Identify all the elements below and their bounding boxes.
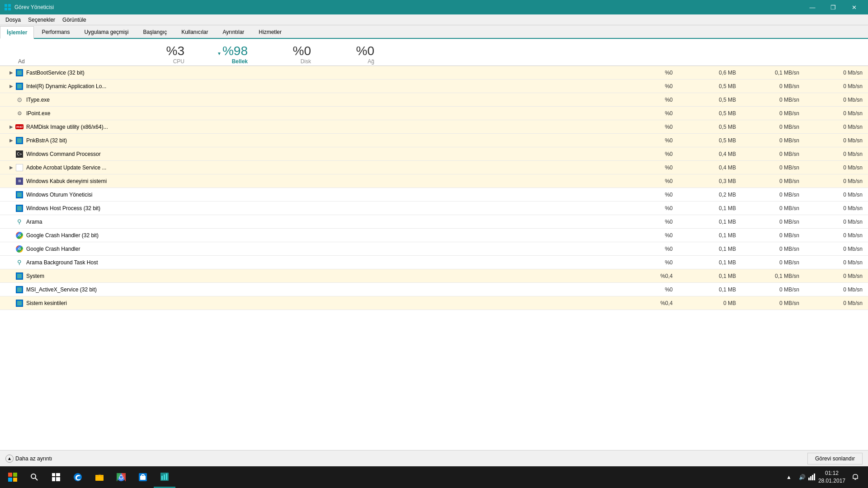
menu-dosya[interactable]: Dosya — [2, 16, 24, 24]
end-task-button[interactable]: Görevi sonlandır — [807, 453, 863, 465]
table-row[interactable]: ⚙ IType.exe %0 0,5 MB 0 MB/sn 0 Mb/sn — [0, 93, 868, 107]
table-row[interactable]: G Google Crash Handler (32 bit) %0 0,1 M… — [0, 229, 868, 242]
cpu-label: CPU — [127, 58, 184, 65]
process-icon: ⚙ — [15, 96, 24, 104]
process-icon — [15, 82, 24, 90]
table-row[interactable]: ▶ PnkBstrA (32 bit) %0 0,5 MB 0 MB/sn 0 … — [0, 134, 868, 147]
table-row[interactable]: ▶ FastBootService (32 bit) %0 0,6 MB 0,1… — [0, 66, 868, 80]
expand-icon[interactable]: ▶ — [7, 134, 15, 147]
notification-icon[interactable] — [848, 470, 863, 484]
column-headers: Ad %3 CPU ▼%98 Bellek %0 Disk %0 Ağ — [0, 39, 868, 66]
start-button[interactable] — [2, 466, 24, 488]
process-name: Google Crash Handler — [26, 246, 615, 252]
process-net: 0 Mb/sn — [805, 232, 868, 239]
menu-secenekler[interactable]: Seçenekler — [24, 16, 59, 24]
process-net: 0 Mb/sn — [805, 164, 868, 171]
svg-rect-4 — [8, 473, 12, 477]
table-row[interactable]: ▶ msi RAMDisk Image utility (x86/x64)...… — [0, 120, 868, 134]
col-network-header[interactable]: %0 Ağ — [316, 44, 380, 65]
expand-placeholder — [7, 283, 15, 296]
expand-placeholder — [7, 107, 15, 120]
volume-icon[interactable]: 🔊 — [799, 474, 806, 480]
edge-button[interactable] — [67, 466, 89, 488]
svg-rect-0 — [5, 4, 7, 7]
process-net: 0 Mb/sn — [805, 205, 868, 211]
explorer-button[interactable] — [89, 466, 110, 488]
tab-performans[interactable]: Performans — [35, 25, 76, 38]
col-memory-header[interactable]: ▼%98 Bellek — [190, 44, 253, 65]
process-disk: 0 MB/sn — [741, 232, 805, 239]
table-row[interactable]: G Google Crash Handler %0 0,1 MB 0 MB/sn… — [0, 242, 868, 256]
chevron-up-taskbar-icon[interactable]: ▲ — [782, 470, 796, 484]
chrome-button[interactable] — [110, 466, 132, 488]
svg-rect-6 — [8, 478, 12, 482]
process-cpu: %0 — [615, 232, 678, 239]
main-content: Ad %3 CPU ▼%98 Bellek %0 Disk %0 Ağ ▶ Fa… — [0, 39, 868, 450]
tab-baslangic[interactable]: Başlangıç — [136, 25, 174, 38]
tab-uygulama-gecmisi[interactable]: Uygulama geçmişi — [77, 25, 135, 38]
col-name-label[interactable]: Ad — [0, 58, 127, 65]
tab-hizmetler[interactable]: Hizmetler — [252, 25, 288, 38]
task-view-button[interactable] — [45, 466, 67, 488]
process-cpu: %0 — [615, 259, 678, 266]
process-disk: 0 MB/sn — [741, 97, 805, 103]
close-button[interactable]: ✕ — [844, 0, 864, 14]
table-row[interactable]: ⚲ Arama %0 0,1 MB 0 MB/sn 0 Mb/sn — [0, 215, 868, 229]
disk-label: Disk — [253, 58, 311, 65]
svg-point-8 — [31, 474, 36, 479]
table-row[interactable]: ▶ Adobe Acrobat Update Service ... %0 0,… — [0, 161, 868, 174]
col-disk-header[interactable]: %0 Disk — [253, 44, 316, 65]
process-icon: ⊞ — [15, 177, 24, 185]
expand-icon[interactable]: ▶ — [7, 120, 15, 134]
network-icon[interactable] — [808, 473, 816, 482]
svg-rect-29 — [814, 474, 815, 480]
task-manager-button[interactable] — [154, 466, 175, 488]
table-row[interactable]: ⚙ IPoint.exe %0 0,5 MB 0 MB/sn 0 Mb/sn — [0, 107, 868, 120]
col-cpu-header[interactable]: %3 CPU — [127, 44, 190, 65]
expand-icon[interactable]: ▶ — [7, 161, 15, 174]
process-name: Arama — [26, 219, 615, 225]
search-taskbar-button[interactable] — [24, 466, 45, 488]
expand-icon[interactable]: ▶ — [7, 66, 15, 80]
menu-goruntule[interactable]: Görüntüle — [59, 16, 90, 24]
tab-kullanicilar[interactable]: Kullanıcılar — [175, 25, 215, 38]
table-row[interactable]: System %0,4 0,1 MB 0,1 MB/sn 0 Mb/sn — [0, 269, 868, 283]
show-details-button[interactable]: ▲ Daha az ayrıntı — [5, 455, 52, 463]
process-name: System — [26, 273, 615, 279]
table-row[interactable]: Windows Host Process (32 bit) %0 0,1 MB … — [0, 202, 868, 215]
process-disk: 0 MB/sn — [741, 137, 805, 144]
table-row[interactable]: ⚲ Arama Background Task Host %0 0,1 MB 0… — [0, 256, 868, 269]
svg-rect-13 — [56, 477, 60, 481]
maximize-button[interactable]: ❐ — [823, 0, 844, 14]
tab-islemler[interactable]: İşlemler — [0, 26, 34, 39]
process-mem: 0,1 MB — [678, 232, 741, 239]
minimize-button[interactable]: — — [802, 0, 823, 14]
process-name: RAMDisk Image utility (x86/x64)... — [26, 124, 615, 130]
process-cpu: %0 — [615, 70, 678, 76]
process-name: Sistem kesintileri — [26, 300, 615, 306]
process-mem: 0,6 MB — [678, 70, 741, 76]
process-net: 0 Mb/sn — [805, 137, 868, 144]
process-icon — [15, 299, 24, 307]
table-row[interactable]: C> Windows Command Processor %0 0,4 MB 0… — [0, 147, 868, 161]
process-mem: 0,2 MB — [678, 192, 741, 198]
table-row[interactable]: Windows Oturum Yöneticisi %0 0,2 MB 0 MB… — [0, 188, 868, 202]
clock-display[interactable]: 01:12 28.01.2017 — [818, 469, 845, 485]
process-name: PnkBstrA (32 bit) — [26, 137, 615, 144]
process-mem: 0,1 MB — [678, 273, 741, 279]
expand-icon[interactable]: ▶ — [7, 80, 15, 93]
svg-rect-15 — [95, 475, 104, 481]
process-mem: 0,1 MB — [678, 205, 741, 211]
tab-ayrintilar[interactable]: Ayrıntılar — [216, 25, 251, 38]
table-row[interactable]: Sistem kesintileri %0,4 0 MB 0 MB/sn 0 M… — [0, 296, 868, 310]
table-row[interactable]: ⊞ Windows Kabuk deneyimi sistemi %0 0,3 … — [0, 174, 868, 188]
network-label: Ağ — [316, 58, 374, 65]
process-net: 0 Mb/sn — [805, 300, 868, 306]
store-button[interactable] — [132, 466, 154, 488]
clock-time: 01:12 — [818, 469, 845, 477]
process-mem: 0,5 MB — [678, 83, 741, 89]
process-disk: 0 MB/sn — [741, 219, 805, 225]
chevron-up-icon: ▲ — [5, 455, 14, 463]
table-row[interactable]: ▶ Intel(R) Dynamic Application Lo... %0 … — [0, 80, 868, 93]
table-row[interactable]: MSI_ActiveX_Service (32 bit) %0 0,1 MB 0… — [0, 283, 868, 296]
